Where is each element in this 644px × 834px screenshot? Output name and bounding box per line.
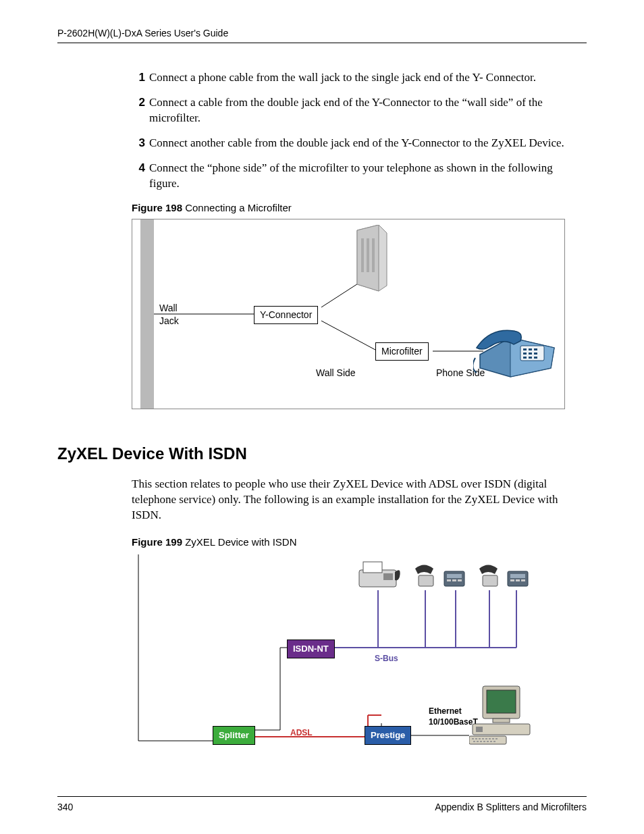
svg-rect-64 (489, 738, 491, 739)
svg-rect-60 (475, 738, 477, 739)
page-header: P-2602H(W)(L)-DxA Series User's Guide (57, 27, 587, 43)
svg-rect-21 (534, 357, 537, 359)
phone-small-icon (412, 563, 439, 590)
step-text: Connect a phone cable from the wall jack… (149, 70, 580, 86)
svg-rect-43 (444, 571, 464, 586)
figure199-caption: Figure 199 ZyXEL Device with ISDN (132, 536, 587, 549)
figure198-wires (132, 219, 564, 409)
svg-rect-70 (483, 741, 485, 742)
figure199-caption-num: Figure 199 (132, 536, 182, 548)
step-text: Connect a cable from the double jack end… (149, 95, 580, 126)
svg-rect-50 (510, 579, 514, 581)
svg-rect-20 (529, 357, 532, 359)
section-paragraph: This section relates to people who use t… (132, 477, 580, 523)
svg-rect-9 (372, 238, 375, 272)
svg-rect-44 (447, 574, 462, 578)
svg-rect-65 (492, 738, 494, 739)
svg-rect-49 (510, 574, 525, 578)
svg-rect-52 (521, 579, 525, 581)
page-number: 340 (57, 801, 73, 814)
figure199-caption-text: ZyXEL Device with ISDN (182, 536, 297, 548)
svg-rect-39 (363, 562, 382, 573)
svg-rect-17 (529, 353, 532, 355)
modem-icon (352, 225, 392, 296)
svg-rect-45 (447, 579, 451, 581)
svg-rect-16 (523, 353, 527, 355)
svg-rect-47 (458, 579, 462, 581)
figure198-caption-num: Figure 198 (132, 202, 182, 213)
svg-rect-63 (485, 738, 487, 739)
svg-rect-15 (534, 348, 537, 350)
svg-line-3 (321, 321, 375, 350)
adsl-label: ADSL (290, 727, 313, 738)
svg-rect-68 (477, 741, 479, 742)
svg-rect-48 (508, 571, 528, 586)
step-number: 4 (132, 161, 145, 192)
step-item: 3 Connect another cable from the double … (132, 136, 580, 151)
phone-small-icon (476, 563, 503, 590)
step-number: 3 (132, 136, 145, 151)
step-number: 2 (132, 95, 145, 126)
fax-icon (358, 560, 402, 590)
y-connector-box: Y-Connector (254, 306, 318, 324)
computer-icon (469, 685, 533, 746)
svg-rect-42 (483, 575, 498, 586)
phone-base-icon (504, 563, 531, 590)
phone-base-icon (441, 563, 468, 590)
svg-rect-71 (487, 741, 489, 742)
svg-rect-41 (419, 575, 433, 586)
step-text: Connect another cable from the double ja… (149, 136, 580, 151)
figure198-caption-text: Connecting a Microfilter (182, 202, 292, 213)
svg-rect-7 (361, 238, 364, 272)
svg-rect-51 (516, 579, 520, 581)
step-number: 1 (132, 70, 145, 86)
wall-jack-label: Wall Jack (159, 302, 179, 328)
svg-rect-66 (495, 738, 498, 739)
svg-rect-58 (469, 736, 506, 744)
sbus-label: S-Bus (375, 653, 398, 664)
figure198-caption: Figure 198 Connecting a Microfilter (132, 201, 587, 215)
svg-rect-46 (452, 579, 456, 581)
splitter-box: Splitter (213, 726, 255, 745)
microfilter-box: Microfilter (375, 342, 429, 361)
step-text: Connect the “phone side” of the microfil… (149, 161, 580, 192)
svg-rect-62 (482, 738, 484, 739)
svg-rect-55 (493, 719, 510, 723)
svg-rect-8 (367, 238, 369, 272)
prestige-box: Prestige (365, 726, 411, 745)
svg-rect-13 (523, 348, 527, 350)
svg-rect-18 (534, 353, 537, 355)
svg-rect-19 (523, 357, 527, 359)
isdn-nt-box: ISDN-NT (287, 640, 335, 658)
header-title: P-2602H(W)(L)-DxA Series User's Guide (57, 28, 228, 38)
phone-icon (473, 317, 561, 378)
page-footer: 340 Appendix B Splitters and Microfilter… (57, 796, 587, 814)
svg-rect-54 (487, 690, 516, 713)
svg-rect-14 (529, 348, 532, 350)
svg-rect-40 (383, 573, 393, 580)
appendix-label: Appendix B Splitters and Microfilters (435, 801, 587, 814)
svg-rect-57 (476, 727, 483, 732)
figure198-diagram: Wall Jack Y-Connector Microfilter Wall S… (132, 219, 565, 409)
svg-rect-69 (480, 741, 482, 742)
step-item: 4 Connect the “phone side” of the microf… (132, 161, 580, 192)
figure199-diagram: ISDN-NT S-Bus Splitter ADSL Prestige Eth… (132, 553, 537, 749)
svg-rect-73 (493, 741, 495, 742)
svg-rect-59 (472, 738, 474, 739)
steps-list: 1 Connect a phone cable from the wall ja… (132, 70, 580, 192)
svg-rect-67 (473, 741, 475, 742)
wall-side-label: Wall Side (316, 367, 356, 380)
step-item: 1 Connect a phone cable from the wall ja… (132, 70, 580, 86)
section-heading: ZyXEL Device With ISDN (57, 443, 587, 465)
step-item: 2 Connect a cable from the double jack e… (132, 95, 580, 126)
svg-rect-72 (490, 741, 492, 742)
svg-rect-61 (479, 738, 481, 739)
